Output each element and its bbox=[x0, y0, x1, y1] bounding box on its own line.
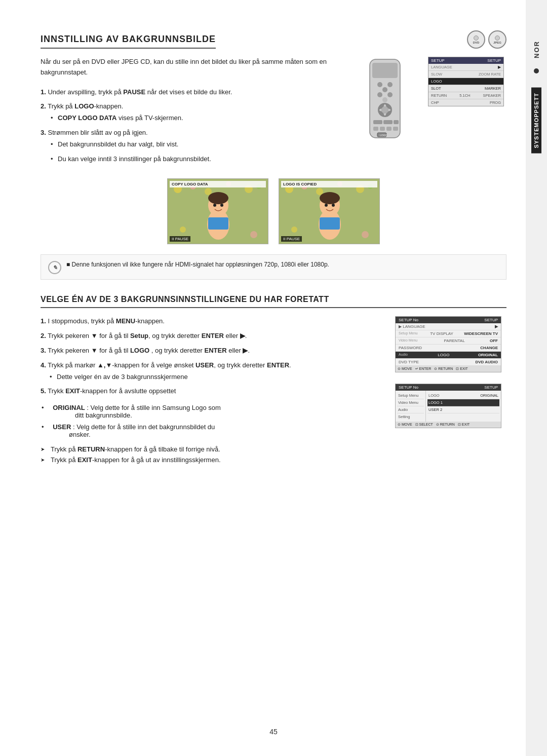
step3-bullet2: • Du kan velge inntil 3 innstillinger på… bbox=[51, 154, 342, 165]
svg-point-36 bbox=[220, 204, 223, 207]
remote-svg: LOGO bbox=[362, 57, 408, 143]
dvd-icon: DVD bbox=[467, 30, 485, 49]
svg-point-50 bbox=[325, 204, 328, 207]
menu1-row-logo: AudioLOGOORIGINAL bbox=[396, 352, 501, 359]
nor-label: NOR bbox=[533, 41, 540, 58]
dvd-jpeg-icons: DVD JPEG bbox=[467, 30, 506, 49]
sidebar: NOR SYSTEMOPPSETT bbox=[526, 0, 547, 756]
svg-point-31 bbox=[250, 231, 257, 238]
menu-mockup-1: SETUP NoSETUP ▶ LANGUAGE▶ Setup MenuTV D… bbox=[395, 316, 501, 372]
svg-point-5 bbox=[377, 92, 382, 97]
screenshot1-sublabel: II PAUSE bbox=[170, 236, 190, 242]
step1-num: 1. bbox=[41, 88, 46, 96]
menu1-row-display: Setup MenuTV DISPLAYWIDESCREEN TV bbox=[396, 330, 501, 337]
menu1-header: SETUP NoSETUP bbox=[396, 317, 501, 323]
step-3: 3. Strømmen blir slått av og på igjen. •… bbox=[41, 128, 342, 164]
screenshot1-img: COPY LOGO DATA II PAUSE bbox=[167, 178, 268, 244]
svg-point-49 bbox=[320, 192, 340, 204]
s2-step3: 3. Trykk pekeren ▼ for å gå til LOGO , o… bbox=[41, 346, 380, 356]
arrow2: ➤ Trykk på EXIT-knappen for å gå ut av i… bbox=[41, 456, 380, 464]
step2-num: 2. bbox=[41, 102, 46, 110]
step3-bullet1: • Det bakgrunnsbildet du har valgt, blir… bbox=[51, 139, 342, 150]
svg-rect-15 bbox=[383, 120, 393, 124]
step-1: 1. Under avspilling, trykk på PAUSE når … bbox=[41, 87, 342, 98]
menu1-footer: ⊙ MOVE↵ ENTER⊙ RETURN⊡ EXIT bbox=[396, 366, 501, 372]
section2: VELGE ÉN AV DE 3 BAKGRUNNSINNSTILLINGENE… bbox=[41, 295, 506, 464]
svg-text:LOGO: LOGO bbox=[380, 134, 387, 137]
s2-step5: 5. Trykk EXIT-knappen for å avslutte opp… bbox=[41, 386, 380, 397]
menu1-row-language: ▶ LANGUAGE▶ bbox=[396, 323, 501, 330]
steps-list-2: 1. I stoppmodus, trykk på MENU-knappen. … bbox=[41, 316, 380, 397]
page-container: NOR SYSTEMOPPSETT INNSTILLING AV BAKGRUN… bbox=[0, 0, 547, 756]
svg-point-26 bbox=[205, 188, 212, 195]
step2-text: Trykk på LOGO-knappen. bbox=[48, 102, 123, 110]
svg-rect-16 bbox=[394, 120, 399, 124]
jpeg-icon: JPEG bbox=[488, 30, 506, 49]
step3-text: Strømmen blir slått av og på igjen. bbox=[48, 129, 147, 136]
sidebar-dot bbox=[534, 68, 539, 73]
original-desc: • ORIGINAL : Velg dette for å stille inn… bbox=[41, 404, 380, 419]
svg-rect-18 bbox=[380, 127, 385, 131]
step3-num: 3. bbox=[41, 129, 46, 136]
steps-list-1: 1. Under avspilling, trykk på PAUSE når … bbox=[41, 87, 342, 165]
svg-rect-20 bbox=[393, 127, 398, 131]
svg-rect-52 bbox=[320, 217, 340, 230]
svg-point-9 bbox=[381, 106, 388, 114]
svg-rect-19 bbox=[386, 127, 392, 131]
user-desc: • USER : Velg dette for å stille inn det… bbox=[41, 423, 380, 438]
step2-bullet: • COPY LOGO DATA vises på TV-skjermen. bbox=[51, 113, 342, 124]
svg-rect-37 bbox=[208, 217, 228, 230]
screenshot2: LOGO IS COPIED II PAUSE bbox=[279, 178, 380, 244]
content-area-2: 1. I stoppmodus, trykk på MENU-knappen. … bbox=[41, 316, 506, 464]
menu1-row-dvdtype: DVD TYPEDVD AUDIO bbox=[396, 359, 501, 366]
section2-title: VELGE ÉN AV DE 3 BAKGRUNNSINNSTILLINGENE… bbox=[41, 295, 506, 308]
screenshot1-label: COPY LOGO DATA bbox=[170, 181, 266, 187]
svg-point-35 bbox=[213, 204, 216, 207]
note-text: ■ Denne funksjonen vil ikke fungere når … bbox=[66, 260, 329, 269]
menu1-row-parental: Video MenuPARENTALOFF bbox=[396, 337, 501, 345]
svg-rect-14 bbox=[373, 120, 382, 124]
remote-area: LOGO bbox=[352, 57, 418, 168]
svg-point-45 bbox=[291, 226, 297, 233]
screenshot2-label: LOGO IS COPIED bbox=[281, 181, 377, 187]
svg-point-3 bbox=[387, 82, 393, 87]
svg-point-2 bbox=[377, 82, 382, 87]
arrow-items: ➤ Trykk på RETURN-knappen for å gå tilba… bbox=[41, 445, 380, 464]
s2-step4: 4. Trykk på markør ▲,▼-knappen for å vel… bbox=[41, 360, 380, 383]
svg-rect-17 bbox=[373, 127, 378, 131]
svg-point-4 bbox=[382, 87, 387, 92]
svg-point-46 bbox=[362, 231, 369, 238]
svg-point-41 bbox=[316, 188, 323, 195]
svg-point-30 bbox=[180, 226, 186, 233]
menu-mockup-2: SETUP NoSETUP Setup Menu Video Menu Audi… bbox=[395, 384, 501, 428]
section1: INNSTILLING AV BAKGRUNNSBILDE DVD JPEG N… bbox=[41, 30, 506, 280]
screenshots-row: COPY LOGO DATA II PAUSE bbox=[41, 178, 506, 244]
remote-menu-area: SETUPSETUP LANGUAGE▶ SLOWZOOM RATE LOGO … bbox=[428, 57, 506, 168]
screenshot1: COPY LOGO DATA II PAUSE bbox=[167, 178, 268, 244]
menu-screen-right: SETUPSETUP LANGUAGE▶ SLOWZOOM RATE LOGO … bbox=[428, 57, 504, 106]
screenshot2-img: LOGO IS COPIED II PAUSE bbox=[279, 178, 380, 244]
intro-text: Når du ser på en DVD eller JPEG CD, kan … bbox=[41, 57, 342, 78]
menu2-footer: ⊙ MOVE⊡ SELECT⊙ RETURN⊡ EXIT bbox=[396, 422, 501, 428]
note-box: ✎ ■ Denne funksjonen vil ikke fungere nå… bbox=[41, 254, 506, 280]
menu2-body: Setup Menu Video Menu Audio Setting LOGO… bbox=[396, 391, 501, 422]
steps-col-2: 1. I stoppmodus, trykk på MENU-knappen. … bbox=[41, 316, 380, 464]
screens-col: SETUP NoSETUP ▶ LANGUAGE▶ Setup MenuTV D… bbox=[395, 316, 506, 464]
s2-step1: 1. I stoppmodus, trykk på MENU-knappen. bbox=[41, 316, 380, 327]
menu1-row-password: PASSWORDCHANGE bbox=[396, 345, 501, 352]
svg-rect-1 bbox=[372, 63, 398, 78]
systemoppsett-label: SYSTEMOPPSETT bbox=[531, 88, 541, 154]
svg-point-51 bbox=[332, 204, 335, 207]
s2-step4-bullet: • Dette velger én av de 3 bakgrunnsskjer… bbox=[50, 372, 380, 383]
step1-text: Under avspilling, trykk på PAUSE når det… bbox=[48, 88, 232, 96]
section1-title: INNSTILLING AV BAKGRUNNSBILDE bbox=[41, 34, 216, 49]
svg-point-7 bbox=[382, 97, 387, 102]
arrow1: ➤ Trykk på RETURN-knappen for å gå tilba… bbox=[41, 445, 380, 453]
note-icon: ✎ bbox=[48, 261, 61, 274]
bullet-descriptions: • ORIGINAL : Velg dette for å stille inn… bbox=[41, 404, 380, 438]
page-number: 45 bbox=[269, 728, 278, 736]
svg-point-6 bbox=[387, 92, 393, 97]
screenshot2-sublabel: II PAUSE bbox=[281, 236, 302, 242]
s2-step2: 2. Trykk pekeren ▼ for å gå til Setup, o… bbox=[41, 331, 380, 342]
step-2: 2. Trykk på LOGO-knappen. • COPY LOGO DA… bbox=[41, 101, 342, 124]
